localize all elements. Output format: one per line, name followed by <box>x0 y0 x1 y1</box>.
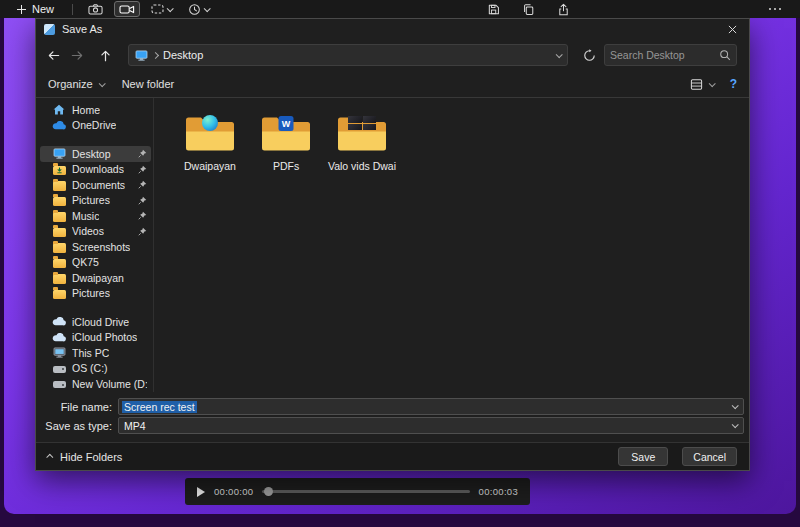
chevron-down-icon[interactable] <box>556 51 563 58</box>
sidebar-item-os-c[interactable]: OS (C:) <box>40 361 151 377</box>
documents-folder-icon <box>52 179 66 191</box>
footer-buttons: Save Cancel <box>618 447 737 466</box>
copy-button[interactable] <box>517 1 540 17</box>
new-folder-button[interactable]: New folder <box>122 78 175 90</box>
save-as-type-label: Save as type: <box>36 420 118 432</box>
cloud-icon <box>52 333 66 342</box>
onedrive-cloud-icon <box>52 121 66 130</box>
navigation-pane: Home OneDrive Desktop Downloads Document… <box>36 98 154 392</box>
sidebar-item-icloud-drive[interactable]: iCloud Drive <box>40 314 151 330</box>
folder-icon <box>184 112 236 154</box>
plus-icon <box>17 5 26 14</box>
new-folder-label: New folder <box>122 78 175 90</box>
folder-tile-dwaipayan[interactable]: Dwaipayan <box>174 112 246 172</box>
file-name-input[interactable]: Screen rec test <box>118 398 744 415</box>
sidebar-item-onedrive[interactable]: OneDrive <box>40 118 151 134</box>
seek-slider[interactable] <box>262 490 469 493</box>
drive-icon <box>52 379 66 388</box>
folder-tile-pdfs[interactable]: W PDFs <box>250 112 322 172</box>
cloud-icon <box>52 317 66 326</box>
search-icon[interactable] <box>719 49 731 61</box>
sidebar-item-this-pc[interactable]: This PC <box>40 345 151 361</box>
chevron-down-icon <box>204 5 211 12</box>
drive-icon <box>52 364 66 373</box>
grid-view-icon <box>690 78 703 91</box>
share-button[interactable] <box>552 1 575 17</box>
help-icon: ? <box>730 77 737 91</box>
sidebar-item-pictures[interactable]: Pictures <box>40 193 151 209</box>
sidebar-item-documents[interactable]: Documents <box>40 177 151 193</box>
home-icon <box>52 104 66 115</box>
pin-icon <box>138 196 147 205</box>
save-as-dialog: Save As Desktop <box>35 18 750 471</box>
share-icon <box>557 3 570 16</box>
timer-delay-button[interactable] <box>183 1 214 17</box>
sidebar-item-qk75[interactable]: QK75 <box>40 255 151 271</box>
save-as-type-select[interactable]: MP4 <box>118 417 744 434</box>
new-button-label: New <box>32 3 54 15</box>
sidebar-item-screenshots[interactable]: Screenshots <box>40 239 151 255</box>
save-as-app-icon <box>44 24 55 35</box>
address-bar[interactable]: Desktop <box>128 44 568 66</box>
seek-slider-knob[interactable] <box>264 487 273 496</box>
back-arrow-icon <box>46 48 61 63</box>
region-select-icon <box>151 4 164 14</box>
downloads-folder-icon <box>52 164 66 176</box>
camera-mode-button[interactable] <box>83 1 108 17</box>
sidebar-group-gap <box>40 133 151 146</box>
sidebar-item-icloud-photos[interactable]: iCloud Photos <box>40 330 151 346</box>
chevron-down-icon[interactable] <box>732 421 739 428</box>
sidebar-item-videos[interactable]: Videos <box>40 224 151 240</box>
sidebar-item-music[interactable]: Music <box>40 208 151 224</box>
save-form: File name: Screen rec test Save as type:… <box>36 392 749 442</box>
save-button[interactable] <box>482 1 505 17</box>
new-capture-button[interactable]: New <box>10 2 62 16</box>
video-mode-button[interactable] <box>114 1 140 17</box>
back-button[interactable] <box>44 44 62 66</box>
save-confirm-button[interactable]: Save <box>618 447 668 466</box>
region-select-button[interactable] <box>146 1 177 17</box>
folder-name: PDFs <box>273 160 299 172</box>
up-button[interactable] <box>96 44 114 66</box>
sidebar-item-dwaipayan[interactable]: Dwaipayan <box>40 270 151 286</box>
play-icon[interactable] <box>197 487 205 497</box>
organize-button[interactable]: Organize <box>48 78 104 90</box>
copy-icon <box>522 3 535 16</box>
folder-tile-valo-vids[interactable]: Valo vids Dwai <box>326 112 398 172</box>
folder-icon: W <box>260 112 312 154</box>
refresh-icon <box>583 49 596 62</box>
pictures-folder-icon <box>52 195 66 207</box>
pin-icon <box>138 180 147 189</box>
videos-folder-icon <box>52 226 66 238</box>
pin-icon <box>138 211 147 220</box>
search-input[interactable] <box>610 49 719 61</box>
dialog-titlebar[interactable]: Save As <box>36 19 749 39</box>
sidebar-item-desktop[interactable]: Desktop <box>40 146 151 162</box>
timer-icon <box>188 3 201 16</box>
breadcrumb-location[interactable]: Desktop <box>163 49 203 61</box>
sidebar-item-home[interactable]: Home <box>40 102 151 118</box>
sidebar-item-downloads[interactable]: Downloads <box>40 162 151 178</box>
sidebar-item-new-volume-d[interactable]: New Volume (D: <box>40 376 151 392</box>
close-icon <box>728 25 737 34</box>
more-options-button[interactable] <box>760 1 791 17</box>
close-button[interactable] <box>715 19 749 39</box>
forward-button[interactable] <box>68 44 86 66</box>
cancel-button[interactable]: Cancel <box>682 447 737 466</box>
hide-folders-button[interactable]: Hide Folders <box>48 451 122 463</box>
file-list-area[interactable]: Dwaipayan W PDFs Valo vids Dwai <box>154 98 749 392</box>
folder-icon <box>52 241 66 253</box>
help-button[interactable]: ? <box>730 77 737 91</box>
save-icon <box>487 3 500 16</box>
monitor-icon <box>135 50 148 61</box>
file-name-label: File name: <box>36 401 118 413</box>
chevron-down-icon <box>708 80 715 87</box>
forward-arrow-icon <box>70 48 85 63</box>
sidebar-item-pictures-2[interactable]: Pictures <box>40 286 151 302</box>
capture-toolbar-right <box>760 0 791 18</box>
organize-label: Organize <box>48 78 93 90</box>
refresh-button[interactable] <box>580 44 598 66</box>
view-options-button[interactable] <box>690 78 714 91</box>
chevron-down-icon[interactable] <box>732 402 739 409</box>
folder-icon <box>52 288 66 300</box>
